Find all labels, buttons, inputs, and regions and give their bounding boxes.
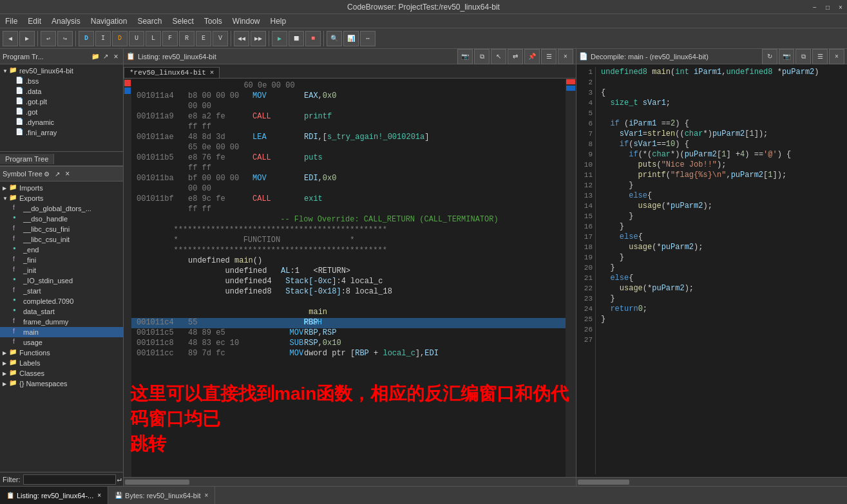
code-line-push-rbp[interactable]: 001011c4 55 PUSH RBP	[131, 318, 566, 328]
code-line-mov-edi[interactable]: 001011ba bf 00 00 00 MOV EDI,0x0	[131, 174, 566, 184]
l-button[interactable]: L	[146, 31, 161, 46]
menu-edit[interactable]: Edit	[23, 15, 46, 27]
code-line-mov-eax[interactable]: 001011a4 b8 00 00 00 MOV EAX,0x0	[131, 91, 566, 102]
code-line-sep3[interactable]: ****************************************…	[131, 246, 566, 256]
listing-sync-button[interactable]: ⇄	[508, 49, 523, 64]
code-line-stack-local-18[interactable]: undefined8 Stack[-0x18]:8 local_18	[131, 287, 566, 297]
r-button[interactable]: R	[179, 31, 195, 46]
symbol-libc-csu-init[interactable]: f __libc_csu_init	[0, 234, 123, 245]
code-line-bytes-cont2[interactable]: ff ff	[131, 122, 566, 133]
decompile-content[interactable]: 1 2 3 4 5 6 7 8 9 10 11 12 13 14 15 16 1…	[576, 64, 847, 477]
redo-button[interactable]: ↪	[57, 31, 73, 46]
code-line-bytes-cont6[interactable]: ff ff	[131, 205, 566, 215]
code-line-prelude[interactable]: 60 0e 00 00	[131, 81, 566, 91]
code-line-mov-rbp-rsp[interactable]: 001011c5 48 89 e5 MOV RBP,RSP	[131, 328, 566, 339]
nav-prev-button[interactable]: ◀◀	[234, 31, 249, 46]
decompile-snapshot-button[interactable]: 📷	[779, 49, 794, 64]
program-tree-close-icon[interactable]: ×	[111, 52, 120, 61]
code-line-lea[interactable]: 001011ae 48 8d 3d LEA RDI,[s_try_again!_…	[131, 133, 566, 143]
bottom-tab-bytes[interactable]: 💾 Bytes: rev50_linux64-bit ×	[108, 487, 215, 505]
comment-button[interactable]: I	[95, 31, 111, 46]
v-button[interactable]: V	[213, 31, 228, 46]
code-line-bytes-cont5[interactable]: 00 00	[131, 184, 566, 194]
code-line-call-puts[interactable]: 001011b5 e8 76 fe CALL puts	[131, 153, 566, 163]
listing-more-button[interactable]: ☰	[541, 49, 557, 64]
filter-apply-icon[interactable]: ↵	[117, 474, 122, 484]
listing-code[interactable]: 60 0e 00 00 001011a4 b8 00 00 00 MOV EAX…	[131, 79, 566, 477]
code-line-call-printf[interactable]: 001011a9 e8 a2 fe CALL printf	[131, 112, 566, 122]
symbol-dso-handle[interactable]: ● __dso_handle	[0, 214, 123, 224]
forward-button[interactable]: ▶	[19, 31, 35, 46]
symbol-functions[interactable]: ▶ 📁 Functions	[0, 348, 123, 358]
menu-navigation[interactable]: Navigation	[86, 15, 133, 27]
run-button[interactable]: ▶	[272, 31, 287, 46]
menu-file[interactable]: File	[0, 15, 23, 27]
menu-tools[interactable]: Tools	[199, 15, 227, 27]
menu-search[interactable]: Search	[132, 15, 167, 27]
zoom-button[interactable]: 🔍	[327, 31, 342, 46]
debug-button[interactable]: 🔲	[289, 31, 304, 46]
decompile-more-button[interactable]: ☰	[812, 49, 828, 64]
code-line-call-exit[interactable]: 001011bf e8 9c fe CALL exit	[131, 194, 566, 205]
symbol-tree-close-icon[interactable]: ×	[63, 169, 72, 178]
symbol-end[interactable]: ● _end	[0, 245, 123, 255]
u-button[interactable]: U	[129, 31, 144, 46]
code-line-bytes-cont1[interactable]: 00 00	[131, 102, 566, 112]
code-line-mov-dword[interactable]: 001011cc 89 7d fc MOV dword ptr [RBP + l…	[131, 349, 566, 359]
symbol-data-start[interactable]: ● data_start	[0, 306, 123, 317]
stop-button[interactable]: ■	[305, 31, 321, 46]
tree-item-root[interactable]: ▼ 📁 rev50_linux64-bit	[0, 66, 123, 76]
symbol-usage[interactable]: f usage	[0, 337, 123, 348]
symbol-libc-csu-fini[interactable]: f __libc_csu_fini	[0, 224, 123, 234]
symbol-init[interactable]: f _init	[0, 265, 123, 275]
filter-input[interactable]	[23, 474, 116, 485]
symbol-fini[interactable]: f _fini	[0, 255, 123, 265]
code-line-bytes-cont3[interactable]: 65 0e 00 00	[131, 143, 566, 153]
program-tree-settings-icon[interactable]: 📁	[91, 52, 100, 61]
back-button[interactable]: ◀	[3, 31, 18, 46]
symbol-namespaces[interactable]: ▶ 📁 {} Namespaces	[0, 378, 123, 389]
tree-item-data[interactable]: 📄 .data	[0, 86, 123, 97]
listing-pin-button[interactable]: 📌	[524, 49, 540, 64]
disassemble-button[interactable]: D	[79, 31, 94, 46]
listing-h-scroll-thumb[interactable]	[125, 480, 189, 485]
code-line-bytes-cont4[interactable]: ff ff	[131, 163, 566, 174]
symbol-imports[interactable]: ▶ 📁 Imports	[0, 183, 123, 193]
bottom-tab-listing[interactable]: 📋 Listing: rev50_linux64-... ×	[0, 487, 108, 505]
decompile-h-scrollbar[interactable]	[576, 477, 847, 486]
symbol-frame-dummy[interactable]: f frame_dummy	[0, 317, 123, 327]
symbol-labels[interactable]: ▶ 📁 Labels	[0, 358, 123, 368]
menu-window[interactable]: Window	[227, 15, 265, 27]
close-button[interactable]: ×	[834, 0, 847, 14]
graph-button[interactable]: 📊	[343, 31, 359, 46]
listing-tab-close-icon[interactable]: ×	[210, 69, 214, 77]
listing-close-button[interactable]: ×	[558, 49, 573, 64]
menu-analysis[interactable]: Analysis	[46, 15, 86, 27]
code-line-func-header[interactable]: undefined main()	[131, 256, 566, 266]
symbol-exports[interactable]: ▼ 📁 Exports	[0, 193, 123, 203]
code-line-main-label[interactable]: main	[131, 308, 566, 318]
minimize-button[interactable]: −	[808, 0, 821, 14]
symbol-main[interactable]: f main	[0, 327, 123, 337]
symbol-completed-7090[interactable]: ● completed.7090	[0, 296, 123, 306]
listing-cursor-button[interactable]: ↖	[491, 49, 506, 64]
code-line-sep1[interactable]: ****************************************…	[131, 225, 566, 236]
symbol-tree-expand-icon[interactable]: ↗	[53, 169, 62, 178]
symbol-do-global-dtors[interactable]: f __do_global_dtors_...	[0, 203, 123, 214]
tab-program-tree[interactable]: Program Tree	[0, 154, 54, 164]
label-button[interactable]: D	[112, 31, 128, 46]
tree-item-gotplt[interactable]: 📄 .got.plt	[0, 97, 123, 107]
code-line-sub-rsp[interactable]: 001011c8 48 83 ec 10 SUB RSP,0x10	[131, 339, 566, 349]
menu-select[interactable]: Select	[167, 15, 198, 27]
decompile-close-button[interactable]: ×	[829, 49, 844, 64]
code-line-stack-local-c[interactable]: undefined4 Stack[-0xc]:4 local_c	[131, 277, 566, 287]
decompile-code-content[interactable]: undefined8 main ( int iParm1 , undefined…	[596, 67, 847, 474]
code-line-sep2[interactable]: * FUNCTION *	[131, 236, 566, 246]
more-button[interactable]: ⋯	[360, 31, 376, 46]
bytes-tab-close-btn[interactable]: ×	[204, 492, 208, 499]
decompile-h-scroll-thumb[interactable]	[578, 480, 629, 485]
listing-snapshot-button[interactable]: 📷	[457, 49, 473, 64]
program-tree-expand-icon[interactable]: ↗	[101, 52, 110, 61]
decompile-clone-button[interactable]: ⧉	[795, 49, 811, 64]
nav-next-button[interactable]: ▶▶	[251, 31, 266, 46]
